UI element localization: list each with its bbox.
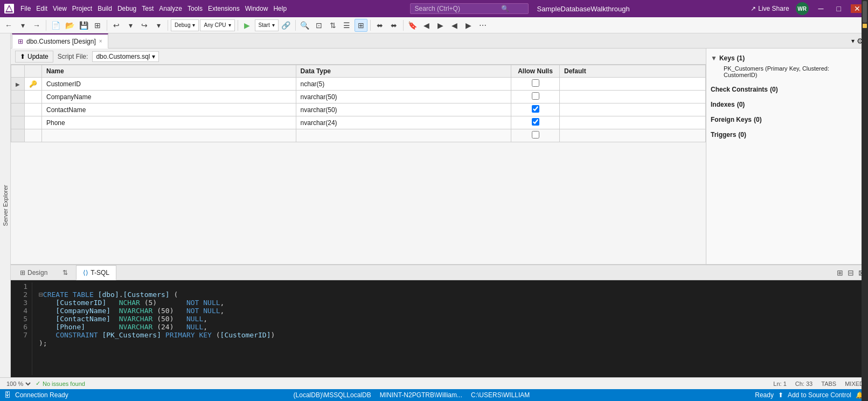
debug-config-dropdown[interactable]: Debug ▾	[171, 19, 199, 31]
row-default-cell[interactable]	[560, 116, 706, 129]
row-default-cell[interactable]	[560, 78, 706, 91]
search-bar[interactable]: 🔍	[410, 3, 529, 14]
allow-nulls-checkbox[interactable]	[532, 131, 539, 139]
attach-button[interactable]: 🔗	[280, 19, 293, 32]
project-name: SampleDatabaseWalkthrough	[537, 5, 630, 13]
design-tab[interactable]: ⊞ Design	[13, 265, 54, 280]
start-button[interactable]: ▶	[241, 19, 254, 32]
bookmark-button[interactable]: 🔖	[406, 19, 419, 32]
row-datatype-cell[interactable]: nchar(5)	[296, 78, 511, 91]
row-name-cell[interactable]: CustomerID	[42, 78, 296, 91]
separator-6	[370, 20, 371, 31]
menu-debug[interactable]: Debug	[115, 4, 138, 13]
script-file-dropdown[interactable]: dbo.Customers.sql ▾	[92, 51, 159, 62]
redo-dropdown[interactable]: ▾	[152, 19, 165, 32]
menu-window[interactable]: Window	[243, 4, 270, 13]
row-default-cell[interactable]	[560, 103, 706, 116]
active-tab[interactable]: ⊞ dbo.Customers [Design] ×	[12, 33, 108, 49]
row-datatype-cell[interactable]: nvarchar(50)	[296, 91, 511, 103]
forward-button[interactable]: →	[30, 19, 43, 32]
indent-button[interactable]: ⬌	[373, 19, 386, 32]
tsql-tab[interactable]: ⟨⟩ T-SQL	[76, 265, 116, 280]
outdent-button[interactable]: ⬌	[387, 19, 400, 32]
redo-button[interactable]: ↪	[138, 19, 151, 32]
row-allownulls-cell	[511, 78, 560, 91]
foreign-keys-header[interactable]: Foreign Keys (0)	[711, 114, 864, 125]
allow-nulls-checkbox[interactable]	[532, 92, 539, 100]
bottom-panel: ⊞ Design ⇅ ⟨⟩ T-SQL ⊞ ⊟ ⊠ 1	[11, 264, 868, 377]
allow-nulls-checkbox[interactable]	[532, 105, 539, 113]
restore-button[interactable]: □	[834, 4, 844, 13]
row-datatype-cell[interactable]: nvarchar(24)	[296, 116, 511, 129]
cpu-config-label: Any CPU	[204, 22, 226, 28]
sort-icon-tab[interactable]: ⇅	[55, 265, 75, 280]
row-pk-cell	[25, 116, 42, 129]
minimize-button[interactable]: ─	[815, 4, 827, 13]
triggers-header[interactable]: Triggers (0)	[711, 129, 864, 140]
tab-dropdown-button[interactable]: ▾	[851, 37, 855, 45]
window-button[interactable]: ⊡	[313, 19, 325, 32]
designer-left: ⬆ Update Script File: dbo.Customers.sql …	[11, 49, 706, 264]
row-datatype-cell[interactable]: nvarchar(50)	[296, 103, 511, 116]
ch-indicator: Ch: 33	[795, 381, 813, 387]
menu-help[interactable]: Help	[271, 4, 289, 13]
foreign-keys-count: (0)	[754, 116, 762, 123]
tab-bar: ⊞ dbo.Customers [Design] × ▾ ⚙	[11, 33, 868, 49]
code-scrollbar[interactable]	[862, 280, 868, 377]
row-name-cell[interactable]: ContactName	[42, 103, 296, 116]
keys-header[interactable]: ▼ Keys (1)	[711, 53, 864, 64]
code-editor[interactable]: 1 2 3 4 5 6 7 ⊟CREATE TABLE [dbo].[Custo…	[11, 280, 868, 377]
row-datatype-cell[interactable]	[296, 129, 511, 142]
undo-button[interactable]: ↩	[110, 19, 123, 32]
next-bookmark-button[interactable]: ▶	[434, 19, 447, 32]
prev-bookmark-button[interactable]: ◀	[420, 19, 433, 32]
open-file-button[interactable]: 📂	[63, 19, 76, 32]
menu-extensions[interactable]: Extensions	[206, 4, 242, 13]
save-button[interactable]: 💾	[77, 19, 90, 32]
grid-button[interactable]: ⊞	[355, 19, 367, 32]
new-file-button[interactable]: 📄	[49, 19, 62, 32]
menu-build[interactable]: Build	[95, 4, 114, 13]
list-button[interactable]: ☰	[341, 19, 353, 32]
start-dropdown[interactable]: Start ▾	[255, 19, 279, 31]
live-share-button[interactable]: ↗ Live Share	[751, 5, 789, 12]
update-bar: ⬆ Update Script File: dbo.Customers.sql …	[11, 49, 706, 65]
save-all-button[interactable]: ⊞	[91, 19, 104, 32]
bookmark-list-button[interactable]: ◀	[448, 19, 461, 32]
row-default-cell[interactable]	[560, 129, 706, 142]
zoom-select[interactable]: 100 % 75 % 125 %	[4, 380, 32, 388]
update-button[interactable]: ⬆ Update	[15, 51, 53, 63]
keys-label: Keys	[719, 54, 735, 62]
extra-button[interactable]: ⋯	[476, 19, 489, 32]
back-button[interactable]: ←	[2, 19, 15, 32]
expand-icon[interactable]: ⊞	[836, 267, 844, 278]
menu-analyze[interactable]: Analyze	[157, 4, 184, 13]
grid-container[interactable]: Name Data Type Allow Nulls Default ▶🔑Cus…	[11, 65, 706, 264]
indexes-header[interactable]: Indexes (0)	[711, 99, 864, 110]
menu-edit[interactable]: Edit	[34, 4, 50, 13]
dropdown-arrow[interactable]: ▾	[16, 19, 29, 32]
menu-test[interactable]: Test	[140, 4, 156, 13]
menu-file[interactable]: File	[18, 4, 33, 13]
row-pk-cell	[25, 103, 42, 116]
tab-close-button[interactable]: ×	[99, 38, 102, 44]
menu-project[interactable]: Project	[70, 4, 94, 13]
row-name-cell[interactable]: CompanyName	[42, 91, 296, 103]
row-default-cell[interactable]	[560, 91, 706, 103]
menu-tools[interactable]: Tools	[185, 4, 205, 13]
allow-nulls-checkbox[interactable]	[532, 79, 539, 87]
nav-button[interactable]: ⇅	[327, 19, 339, 32]
menu-view[interactable]: View	[51, 4, 69, 13]
search-nav-button[interactable]: 🔍	[298, 19, 311, 32]
row-name-cell[interactable]	[42, 129, 296, 142]
server-explorer-panel[interactable]: Server Explorer	[0, 33, 11, 377]
cpu-config-dropdown[interactable]: Any CPU ▾	[200, 19, 234, 31]
split-h-icon[interactable]: ⊟	[846, 267, 855, 278]
check-constraints-header[interactable]: Check Constraints (0)	[711, 84, 864, 95]
row-name-cell[interactable]: Phone	[42, 116, 296, 129]
search-input[interactable]	[415, 5, 501, 12]
undo-dropdown[interactable]: ▾	[124, 19, 137, 32]
allow-nulls-checkbox[interactable]	[532, 118, 539, 126]
server-explorer-label: Server Explorer	[2, 185, 9, 226]
clear-bookmarks-button[interactable]: ▶	[462, 19, 475, 32]
